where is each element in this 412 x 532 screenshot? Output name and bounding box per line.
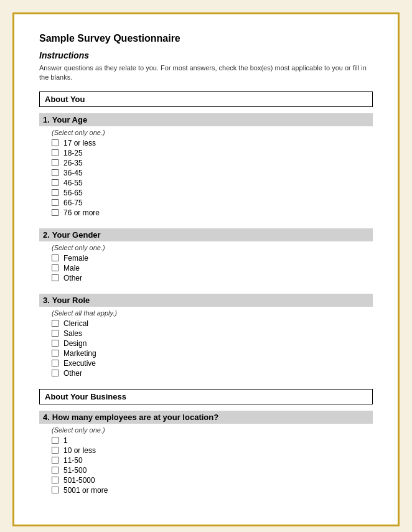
checkbox-1-0-5[interactable]: [52, 487, 59, 493]
section-about-you: About You1.Your Age(Select only one.)17 …: [39, 91, 373, 378]
checkbox-item-1-0-2[interactable]: 11-50: [52, 456, 373, 465]
question-title-row-0-1: 2.Your Gender: [39, 228, 373, 241]
checkbox-0-0-3[interactable]: [52, 169, 59, 176]
checkbox-0-2-0[interactable]: [52, 320, 59, 327]
checkbox-0-0-7[interactable]: [52, 209, 59, 216]
question-block-0-2: 3.Your Role(Select all that apply.)Cleri…: [39, 294, 373, 378]
checkbox-1-0-1[interactable]: [52, 447, 59, 454]
checkbox-0-1-2[interactable]: [52, 274, 59, 281]
checkbox-1-0-4[interactable]: [52, 477, 59, 483]
instructions-title: Instructions: [39, 50, 373, 60]
checkbox-label-1-0-1[interactable]: 10 or less: [63, 446, 96, 455]
checkbox-0-0-1[interactable]: [52, 149, 59, 156]
checkbox-item-1-0-1[interactable]: 10 or less: [52, 446, 373, 455]
checkbox-0-0-2[interactable]: [52, 159, 59, 166]
select-note-0-0: (Select only one.): [52, 129, 373, 136]
checkbox-0-2-5[interactable]: [52, 370, 59, 376]
checkbox-0-0-0[interactable]: [52, 139, 59, 146]
checkbox-label-0-2-3[interactable]: Marketing: [63, 349, 96, 358]
checkbox-item-1-0-4[interactable]: 501-5000: [52, 476, 373, 485]
checkbox-item-1-0-5[interactable]: 5001 or more: [52, 486, 373, 495]
checkbox-label-0-0-4[interactable]: 46-55: [63, 179, 83, 187]
checkbox-item-1-0-0[interactable]: 1: [52, 436, 373, 445]
question-number-0-2: 3.: [43, 296, 50, 305]
question-label-0-1: Your Gender: [52, 230, 101, 240]
checkbox-0-2-3[interactable]: [52, 350, 59, 357]
sections-container: About You1.Your Age(Select only one.)17 …: [39, 91, 373, 495]
select-note-0-1: (Select only one.): [52, 244, 373, 251]
checkbox-0-0-4[interactable]: [52, 179, 59, 186]
checkbox-label-1-0-2[interactable]: 11-50: [63, 456, 83, 465]
page-title: Sample Survey Questionnaire: [39, 33, 373, 44]
checkbox-label-1-0-5[interactable]: 5001 or more: [63, 486, 108, 495]
checkbox-label-0-1-1[interactable]: Male: [63, 264, 80, 273]
checkbox-0-2-4[interactable]: [52, 360, 59, 366]
question-block-0-0: 1.Your Age(Select only one.)17 or less18…: [39, 113, 373, 217]
question-title-row-0-0: 1.Your Age: [39, 113, 373, 126]
checkbox-item-0-2-1[interactable]: Sales: [52, 329, 373, 338]
checkbox-label-0-2-1[interactable]: Sales: [63, 329, 82, 338]
checkbox-0-2-1[interactable]: [52, 330, 59, 337]
section-header-about-you: About You: [39, 91, 373, 107]
checkbox-label-0-0-7[interactable]: 76 or more: [63, 208, 100, 217]
checkbox-item-0-0-4[interactable]: 46-55: [52, 179, 373, 187]
checkbox-0-0-5[interactable]: [52, 189, 59, 196]
checkbox-label-0-0-5[interactable]: 56-65: [63, 189, 83, 197]
checkbox-item-0-2-5[interactable]: Other: [52, 369, 373, 378]
checkbox-label-0-0-3[interactable]: 36-45: [63, 169, 83, 177]
checkbox-item-0-2-2[interactable]: Design: [52, 339, 373, 348]
instructions-text: Answer questions as they relate to you. …: [39, 63, 373, 83]
checkbox-label-1-0-4[interactable]: 501-5000: [63, 476, 95, 485]
checkbox-0-0-6[interactable]: [52, 199, 59, 206]
section-about-your-business: About Your Business4.How many employees …: [39, 389, 373, 495]
checkbox-1-0-0[interactable]: [52, 437, 59, 444]
checkbox-label-0-2-5[interactable]: Other: [63, 369, 82, 378]
checkbox-label-0-2-4[interactable]: Executive: [63, 359, 96, 368]
question-title-row-0-2: 3.Your Role: [39, 294, 373, 307]
select-note-0-2: (Select all that apply.): [52, 309, 373, 317]
checkbox-1-0-3[interactable]: [52, 467, 59, 474]
checkbox-item-0-0-7[interactable]: 76 or more: [52, 208, 373, 217]
question-number-1-0: 4.: [43, 413, 50, 422]
question-label-0-2: Your Role: [52, 296, 90, 305]
question-block-0-1: 2.Your Gender(Select only one.)FemaleMal…: [39, 228, 373, 282]
select-note-1-0: (Select only one.): [52, 426, 373, 434]
page-container: Sample Survey Questionnaire Instructions…: [12, 12, 400, 526]
checkbox-item-0-2-3[interactable]: Marketing: [52, 349, 373, 358]
checkbox-item-0-0-0[interactable]: 17 or less: [52, 139, 373, 147]
checkbox-item-0-2-0[interactable]: Clerical: [52, 319, 373, 328]
question-label-1-0: How many employees are at your location?: [52, 413, 218, 422]
checkbox-label-0-0-1[interactable]: 18-25: [63, 149, 83, 157]
checkbox-1-0-2[interactable]: [52, 457, 59, 464]
checkbox-item-0-1-1[interactable]: Male: [52, 264, 373, 273]
checkbox-label-1-0-3[interactable]: 51-500: [63, 466, 87, 475]
checkbox-label-1-0-0[interactable]: 1: [63, 436, 68, 445]
checkbox-0-2-2[interactable]: [52, 340, 59, 347]
checkbox-item-0-0-1[interactable]: 18-25: [52, 149, 373, 157]
checkbox-item-0-0-6[interactable]: 66-75: [52, 198, 373, 207]
checkbox-label-0-2-0[interactable]: Clerical: [63, 319, 88, 328]
checkbox-0-1-0[interactable]: [52, 254, 59, 261]
checkbox-item-0-0-5[interactable]: 56-65: [52, 189, 373, 197]
question-number-0-1: 2.: [43, 230, 50, 240]
question-number-0-0: 1.: [43, 115, 50, 124]
section-header-about-your-business: About Your Business: [39, 389, 373, 404]
checkbox-0-1-1[interactable]: [52, 264, 59, 271]
checkbox-label-0-0-6[interactable]: 66-75: [63, 198, 83, 207]
question-label-0-0: Your Age: [52, 115, 87, 124]
checkbox-item-0-0-2[interactable]: 26-35: [52, 159, 373, 167]
checkbox-item-1-0-3[interactable]: 51-500: [52, 466, 373, 475]
checkbox-item-0-0-3[interactable]: 36-45: [52, 169, 373, 177]
question-title-row-1-0: 4.How many employees are at your locatio…: [39, 411, 373, 424]
checkbox-item-0-1-0[interactable]: Female: [52, 254, 373, 263]
checkbox-item-0-2-4[interactable]: Executive: [52, 359, 373, 368]
checkbox-label-0-0-0[interactable]: 17 or less: [63, 139, 96, 147]
checkbox-label-0-2-2[interactable]: Design: [63, 339, 87, 348]
checkbox-label-0-1-2[interactable]: Other: [63, 274, 82, 282]
checkbox-label-0-0-2[interactable]: 26-35: [63, 159, 83, 167]
question-block-1-0: 4.How many employees are at your locatio…: [39, 411, 373, 495]
checkbox-item-0-1-2[interactable]: Other: [52, 274, 373, 282]
checkbox-label-0-1-0[interactable]: Female: [63, 254, 88, 263]
